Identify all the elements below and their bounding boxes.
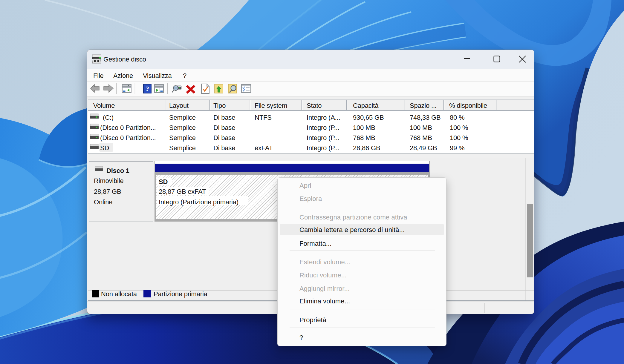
svg-text:?: ? xyxy=(146,85,149,93)
